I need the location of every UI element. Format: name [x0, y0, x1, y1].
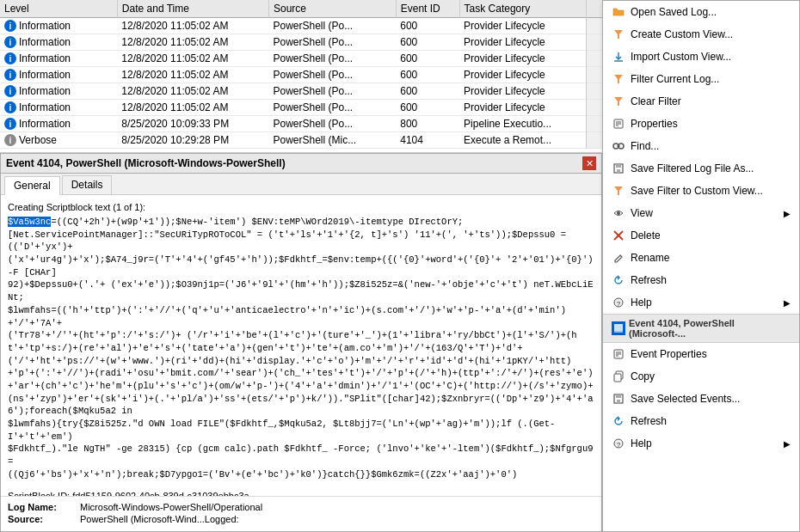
datetime-cell: 8/25/2020 10:09:33 PM — [117, 116, 268, 132]
svg-rect-12 — [616, 164, 621, 168]
scrollbar-header — [587, 0, 602, 18]
menu-item-refresh[interactable]: Refresh — [603, 269, 799, 291]
source-cell: PowerShell (Po... — [268, 34, 396, 51]
info-icon: i — [4, 20, 16, 32]
source-cell: PowerShell (Po... — [268, 116, 396, 132]
eventId-cell: 600 — [396, 18, 459, 34]
info-icon: i — [4, 118, 16, 130]
level-text: Information — [19, 118, 71, 130]
source-cell: PowerShell (Po... — [268, 83, 396, 100]
section-icon — [612, 321, 625, 335]
svg-rect-23 — [614, 331, 623, 333]
menu-item-save-selected-events[interactable]: Save Selected Events... — [603, 388, 799, 410]
tab-details[interactable]: Details — [62, 175, 113, 194]
category-cell: Provider Lifecycle — [459, 67, 587, 83]
level-text: Information — [19, 101, 71, 113]
highlighted-token: $Va5w3nc — [8, 217, 51, 227]
col-datetime: Date and Time — [117, 0, 268, 18]
svg-text:?: ? — [617, 441, 621, 449]
eventId-cell: 600 — [396, 51, 459, 67]
menu-item-find[interactable]: Find... — [603, 135, 799, 157]
svg-marker-14 — [614, 187, 623, 195]
footer-logname-value: Microsoft-Windows-PowerShell/Operational — [80, 502, 262, 512]
refresh2-icon — [612, 414, 625, 428]
menu-item-create-custom-view[interactable]: Create Custom View... — [603, 23, 799, 46]
context-menu: Open Saved Log...Create Custom View...Im… — [602, 0, 800, 532]
table-row[interactable]: iInformation12/8/2020 11:05:02 AMPowerSh… — [0, 67, 602, 83]
save-filter-icon — [612, 184, 625, 198]
table-row[interactable]: iInformation12/8/2020 11:05:02 AMPowerSh… — [0, 83, 602, 100]
menu-item-label: Clear Filter — [631, 95, 681, 107]
menu-item-label: Rename — [631, 252, 669, 264]
svg-marker-19 — [618, 275, 620, 280]
menu-item-delete[interactable]: Delete — [603, 224, 799, 247]
table-row[interactable]: iInformation12/8/2020 11:05:02 AMPowerSh… — [0, 18, 602, 34]
table-row[interactable]: iInformation8/25/2020 10:09:33 PMPowerSh… — [0, 116, 602, 132]
category-cell: Execute a Remot... — [459, 132, 587, 149]
detail-titlebar: Event 4104, PowerShell (Microsoft-Window… — [1, 154, 601, 174]
help-icon: ? — [612, 296, 625, 309]
menu-item-label: Filter Current Log... — [631, 73, 719, 85]
menu-item-event-properties[interactable]: Event Properties — [603, 343, 799, 365]
menu-item-help[interactable]: ?Help▶ — [603, 291, 799, 314]
import-icon — [612, 50, 625, 64]
filter-star-icon — [612, 28, 625, 41]
svg-marker-2 — [614, 75, 623, 83]
detail-title: Event 4104, PowerShell (Microsoft-Window… — [6, 157, 286, 169]
source-cell: PowerShell (Po... — [268, 51, 396, 67]
event-table: Level Date and Time Source Event ID Task… — [0, 0, 602, 153]
menu-item-save-filtered-log-file-as[interactable]: Save Filtered Log File As... — [603, 157, 799, 180]
menu-item-rename[interactable]: Rename — [603, 247, 799, 269]
svg-line-18 — [620, 255, 621, 256]
eventId-cell: 600 — [396, 67, 459, 83]
properties-icon — [612, 117, 625, 131]
menu-item-filter-current-log[interactable]: Filter Current Log... — [603, 68, 799, 90]
level-text: Information — [19, 36, 71, 48]
svg-marker-0 — [614, 30, 623, 39]
help2-icon: ? — [612, 437, 625, 450]
svg-rect-13 — [617, 169, 620, 173]
category-cell: Provider Lifecycle — [459, 83, 587, 100]
menu-item-label: Delete — [631, 229, 661, 242]
view-icon — [612, 206, 625, 220]
table-row[interactable]: iInformation12/8/2020 11:05:02 AMPowerSh… — [0, 100, 602, 116]
scrollbar-area — [587, 132, 602, 149]
datetime-cell: 12/8/2020 11:05:02 AM — [117, 83, 268, 100]
menu-item-view[interactable]: View▶ — [603, 202, 799, 224]
menu-item-copy[interactable]: Copy — [603, 365, 799, 388]
menu-item-label: Save Filter to Custom View... — [631, 185, 763, 197]
scrollbar-area — [587, 51, 602, 67]
menu-item-label: Refresh — [631, 274, 667, 286]
tab-general[interactable]: General — [4, 176, 60, 195]
table-row[interactable]: iVerbose8/25/2020 10:29:28 PMPowerShell … — [0, 132, 602, 149]
table-row[interactable]: iInformation12/8/2020 11:05:02 AMPowerSh… — [0, 51, 602, 67]
svg-rect-31 — [616, 394, 621, 398]
table-row[interactable]: iInformation12/8/2020 11:05:02 AMPowerSh… — [0, 34, 602, 51]
section-title: Event 4104, PowerShell (Microsoft-... — [629, 318, 791, 339]
menu-item-refresh[interactable]: Refresh — [603, 410, 799, 432]
category-cell: Pipeline Executio... — [459, 116, 587, 132]
close-button[interactable]: ✕ — [582, 156, 596, 170]
submenu-arrow-icon: ▶ — [784, 439, 791, 449]
folder-open-icon — [612, 5, 625, 19]
source-cell: PowerShell (Po... — [268, 100, 396, 116]
col-category: Task Category — [459, 0, 587, 18]
footer-source-label: Source: — [8, 514, 77, 524]
menu-item-label: Help — [631, 297, 652, 309]
menu-item-properties[interactable]: Properties — [603, 113, 799, 135]
menu-item-help[interactable]: ?Help▶ — [603, 432, 799, 455]
menu-item-import-custom-view[interactable]: Import Custom View... — [603, 46, 799, 68]
svg-rect-22 — [614, 324, 623, 331]
save-events-icon — [612, 392, 625, 406]
category-cell: Provider Lifecycle — [459, 51, 587, 67]
menu-item-open-saved-log[interactable]: Open Saved Log... — [603, 1, 799, 23]
eventId-cell: 4104 — [396, 132, 459, 149]
menu-item-clear-filter[interactable]: Clear Filter — [603, 90, 799, 113]
eventId-cell: 600 — [396, 83, 459, 100]
menu-item-save-filter-to-custom-view[interactable]: Save Filter to Custom View... — [603, 180, 799, 202]
detail-content[interactable]: Creating Scriptblock text (1 of 1): $Va5… — [1, 195, 601, 496]
menu-item-label: Properties — [631, 118, 678, 130]
scrollbar-area — [587, 100, 602, 116]
submenu-arrow-icon: ▶ — [784, 209, 791, 218]
datetime-cell: 12/8/2020 11:05:02 AM — [117, 100, 268, 116]
